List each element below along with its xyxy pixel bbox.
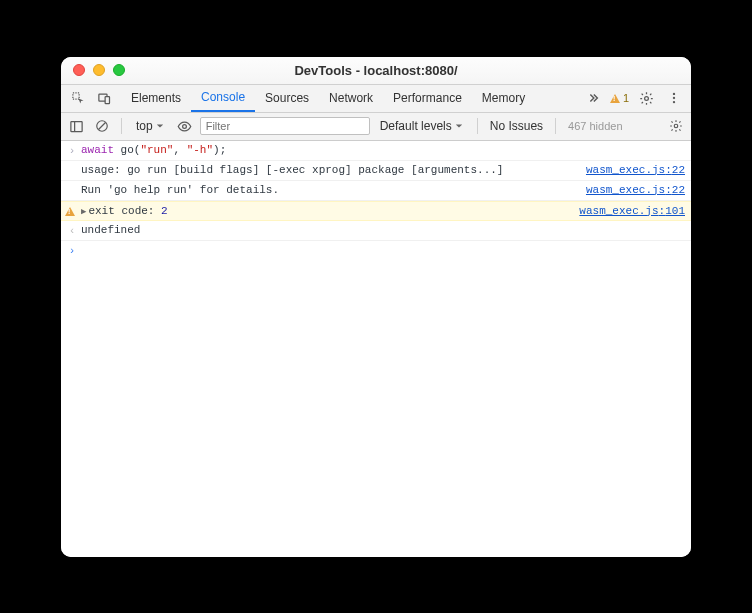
svg-rect-0 <box>72 92 78 98</box>
console-toolbar: top Default levels No Issues 467 hidden <box>61 113 691 141</box>
toggle-sidebar-icon[interactable] <box>65 115 87 137</box>
execution-context-selector[interactable]: top <box>130 117 170 135</box>
source-link[interactable]: wasm_exec.js:22 <box>578 164 685 176</box>
svg-point-5 <box>673 97 675 99</box>
warnings-badge[interactable]: 1 <box>610 92 629 104</box>
device-toolbar-icon[interactable] <box>93 87 115 109</box>
issues-label[interactable]: No Issues <box>486 119 547 133</box>
tab-console[interactable]: Console <box>191 85 255 112</box>
source-link[interactable]: wasm_exec.js:22 <box>578 184 685 196</box>
filter-input[interactable] <box>200 117 370 135</box>
settings-gear-icon[interactable] <box>635 87 657 109</box>
console-log-row: usage: go run [build flags] [-exec xprog… <box>61 161 691 181</box>
expand-arrow-icon[interactable]: ▶ <box>81 207 86 217</box>
log-levels-dropdown[interactable]: Default levels <box>374 119 469 133</box>
svg-rect-7 <box>70 121 81 131</box>
tab-performance[interactable]: Performance <box>383 85 472 112</box>
tab-elements[interactable]: Elements <box>121 85 191 112</box>
keyword: await <box>81 144 114 156</box>
prompt-chevron-icon: › <box>65 244 79 256</box>
svg-line-10 <box>99 123 106 130</box>
inspect-element-icon[interactable] <box>67 87 89 109</box>
devtools-window: DevTools - localhost:8080/ Elements Cons… <box>61 57 691 557</box>
console-input-row: › await go("run", "-h"); <box>61 141 691 161</box>
minimize-window-button[interactable] <box>93 64 105 76</box>
console-result-row: ‹ undefined <box>61 221 691 241</box>
tab-memory[interactable]: Memory <box>472 85 535 112</box>
console-prompt-row[interactable]: › <box>61 241 691 261</box>
svg-point-11 <box>183 124 187 128</box>
divider <box>121 118 122 134</box>
warning-message[interactable]: ▶exit code: 2 <box>79 205 571 217</box>
context-label: top <box>136 119 153 133</box>
console-settings-gear-icon[interactable] <box>665 115 687 137</box>
window-title: DevTools - localhost:8080/ <box>61 63 691 78</box>
svg-point-3 <box>644 96 648 100</box>
tab-sources[interactable]: Sources <box>255 85 319 112</box>
kebab-menu-icon[interactable] <box>663 87 685 109</box>
traffic-lights <box>61 64 125 76</box>
svg-point-4 <box>673 93 675 95</box>
input-chevron-icon: › <box>65 144 79 156</box>
result-chevron-icon: ‹ <box>65 224 79 236</box>
log-message: usage: go run [build flags] [-exec xprog… <box>79 164 578 176</box>
console-warning-row: ▶exit code: 2 wasm_exec.js:101 <box>61 201 691 221</box>
console-log-row: Run 'go help run' for details. wasm_exec… <box>61 181 691 201</box>
warning-triangle-icon <box>610 94 620 103</box>
clear-console-icon[interactable] <box>91 115 113 137</box>
result-value: undefined <box>79 224 685 236</box>
warnings-count: 1 <box>623 92 629 104</box>
console-input-code[interactable]: await go("run", "-h"); <box>79 144 685 156</box>
live-expression-eye-icon[interactable] <box>174 115 196 137</box>
svg-rect-2 <box>105 96 109 103</box>
divider <box>477 118 478 134</box>
svg-point-6 <box>673 101 675 103</box>
warning-triangle-icon <box>65 207 75 216</box>
more-tabs-icon[interactable] <box>586 87 604 109</box>
panel-tabs-bar: Elements Console Sources Network Perform… <box>61 85 691 113</box>
divider <box>555 118 556 134</box>
levels-label: Default levels <box>380 119 452 133</box>
hidden-messages-count[interactable]: 467 hidden <box>564 120 626 132</box>
source-link[interactable]: wasm_exec.js:101 <box>571 205 685 217</box>
warning-gutter <box>65 205 79 216</box>
close-window-button[interactable] <box>73 64 85 76</box>
titlebar: DevTools - localhost:8080/ <box>61 57 691 85</box>
dropdown-triangle-icon <box>156 122 164 130</box>
svg-point-12 <box>674 124 678 128</box>
maximize-window-button[interactable] <box>113 64 125 76</box>
console-messages: › await go("run", "-h"); usage: go run [… <box>61 141 691 557</box>
dropdown-triangle-icon <box>455 122 463 130</box>
tab-network[interactable]: Network <box>319 85 383 112</box>
log-message: Run 'go help run' for details. <box>79 184 578 196</box>
panel-tabs: Elements Console Sources Network Perform… <box>121 85 535 112</box>
